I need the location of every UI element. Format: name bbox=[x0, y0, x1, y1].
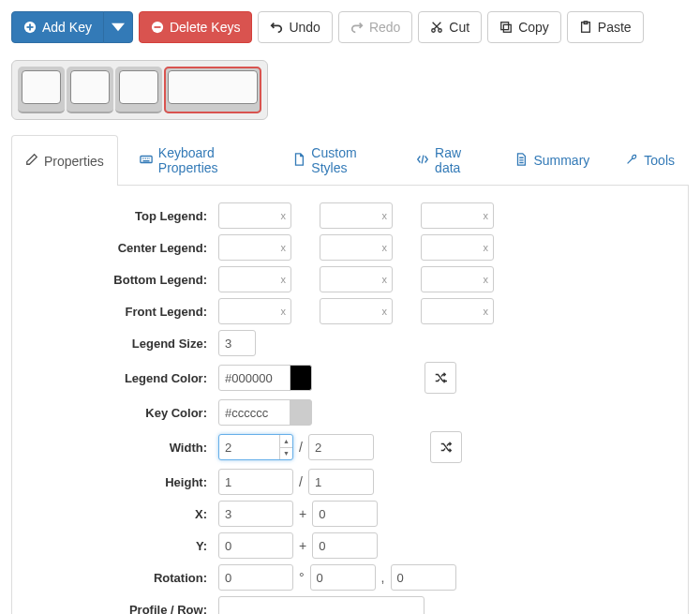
paste-button[interactable]: Paste bbox=[567, 11, 644, 43]
rotation-comma: , bbox=[376, 570, 391, 585]
edit-icon bbox=[25, 153, 38, 169]
y2-input[interactable] bbox=[312, 532, 378, 559]
profile-row-input[interactable] bbox=[218, 596, 424, 614]
rotation-deg: ° bbox=[293, 570, 310, 585]
shuffle-size-button[interactable] bbox=[430, 431, 462, 463]
legend-color-input[interactable] bbox=[218, 365, 293, 391]
properties-panel: Top Legend: x x x Center Legend: x x x B… bbox=[11, 186, 689, 614]
add-key-dropdown[interactable] bbox=[103, 11, 133, 43]
tab-bar: Properties Keyboard Properties Custom St… bbox=[11, 135, 689, 186]
clear-icon[interactable]: x bbox=[382, 242, 388, 253]
clear-icon[interactable]: x bbox=[281, 210, 287, 221]
cut-icon bbox=[430, 21, 443, 34]
file-alt-icon bbox=[514, 153, 528, 169]
undo-icon bbox=[270, 21, 283, 34]
key-unit[interactable] bbox=[67, 67, 113, 113]
x2-input[interactable] bbox=[312, 501, 378, 527]
key-unit-selected[interactable] bbox=[164, 67, 261, 113]
tab-properties[interactable]: Properties bbox=[11, 135, 118, 186]
x-input[interactable] bbox=[218, 501, 293, 527]
width-sep: / bbox=[293, 440, 308, 455]
redo-button[interactable]: Redo bbox=[338, 11, 412, 43]
spinner-buttons[interactable]: ▲▼ bbox=[279, 435, 292, 459]
plus-circle-icon bbox=[23, 21, 37, 34]
key-unit[interactable] bbox=[18, 67, 65, 113]
undo-label: Undo bbox=[289, 20, 320, 35]
bottom-legend-label: Bottom Legend: bbox=[22, 273, 218, 287]
clear-icon[interactable]: x bbox=[382, 210, 388, 221]
svg-rect-7 bbox=[501, 22, 509, 30]
undo-button[interactable]: Undo bbox=[258, 11, 332, 43]
height-sep: / bbox=[293, 474, 308, 489]
tab-custom-styles-label: Custom Styles bbox=[311, 145, 380, 175]
tab-tools[interactable]: Tools bbox=[611, 135, 689, 185]
tab-raw-data[interactable]: Raw data bbox=[402, 135, 493, 185]
copy-label: Copy bbox=[518, 20, 549, 35]
tab-keyboard-properties[interactable]: Keyboard Properties bbox=[126, 135, 272, 185]
clear-icon[interactable]: x bbox=[382, 306, 388, 317]
rotation-angle-input[interactable] bbox=[218, 564, 293, 591]
svg-rect-2 bbox=[27, 26, 34, 28]
add-key-label: Add Key bbox=[42, 20, 92, 35]
height2-input[interactable] bbox=[308, 469, 374, 495]
center-legend-label: Center Legend: bbox=[22, 241, 218, 255]
clear-icon[interactable]: x bbox=[484, 306, 489, 317]
shuffle-legend-color-button[interactable] bbox=[424, 362, 456, 394]
keyboard-canvas[interactable] bbox=[11, 60, 268, 120]
front-legend-label: Front Legend: bbox=[22, 305, 218, 319]
svg-point-5 bbox=[432, 29, 436, 33]
paste-icon bbox=[579, 21, 592, 34]
tab-tools-label: Tools bbox=[644, 153, 675, 168]
legend-size-input[interactable] bbox=[218, 330, 256, 356]
redo-icon bbox=[350, 21, 364, 34]
height-input[interactable] bbox=[218, 469, 293, 495]
delete-keys-label: Delete Keys bbox=[170, 20, 240, 35]
key-color-label: Key Color: bbox=[22, 406, 218, 420]
width2-input[interactable] bbox=[308, 434, 374, 460]
x-sep: + bbox=[293, 506, 312, 521]
tab-summary[interactable]: Summary bbox=[500, 135, 603, 185]
redo-label: Redo bbox=[369, 20, 400, 35]
svg-point-6 bbox=[439, 29, 442, 33]
cut-label: Cut bbox=[449, 20, 469, 35]
legend-color-label: Legend Color: bbox=[22, 371, 218, 385]
tab-properties-label: Properties bbox=[44, 154, 104, 169]
rotation-label: Rotation: bbox=[22, 571, 218, 585]
paste-label: Paste bbox=[598, 20, 632, 35]
y-sep: + bbox=[293, 538, 312, 553]
clear-icon[interactable]: x bbox=[484, 210, 489, 221]
cut-button[interactable]: Cut bbox=[418, 11, 482, 43]
delete-keys-button[interactable]: Delete Keys bbox=[139, 11, 252, 43]
legend-size-label: Legend Size: bbox=[22, 337, 218, 351]
clear-icon[interactable]: x bbox=[484, 274, 489, 285]
clear-icon[interactable]: x bbox=[382, 274, 388, 285]
width-label: Width: bbox=[22, 441, 218, 455]
add-key-button[interactable]: Add Key bbox=[11, 11, 104, 43]
tab-raw-data-label: Raw data bbox=[435, 145, 479, 175]
top-legend-label: Top Legend: bbox=[22, 209, 218, 223]
rotation-x-input[interactable] bbox=[310, 564, 376, 591]
file-icon bbox=[292, 153, 305, 169]
main-toolbar: Add Key Delete Keys Undo Redo Cut Copy P… bbox=[11, 11, 689, 43]
key-unit[interactable] bbox=[115, 67, 162, 113]
clear-icon[interactable]: x bbox=[281, 306, 287, 317]
tab-custom-styles[interactable]: Custom Styles bbox=[278, 135, 395, 185]
x-label: X: bbox=[22, 507, 218, 521]
clear-icon[interactable]: x bbox=[281, 242, 287, 253]
copy-button[interactable]: Copy bbox=[487, 11, 561, 43]
svg-rect-8 bbox=[504, 24, 512, 32]
y-input[interactable] bbox=[218, 532, 293, 559]
wrench-icon bbox=[625, 153, 638, 169]
copy-icon bbox=[499, 21, 513, 34]
legend-color-swatch[interactable] bbox=[290, 365, 312, 391]
rotation-y-input[interactable] bbox=[391, 564, 456, 591]
minus-circle-icon bbox=[151, 21, 164, 34]
clear-icon[interactable]: x bbox=[281, 274, 287, 285]
key-color-swatch[interactable] bbox=[290, 399, 312, 426]
profile-row-label: Profile / Row: bbox=[22, 603, 218, 615]
key-color-input[interactable] bbox=[218, 399, 293, 426]
clear-icon[interactable]: x bbox=[484, 242, 489, 253]
height-label: Height: bbox=[22, 475, 218, 489]
tab-kb-props-label: Keyboard Properties bbox=[158, 145, 258, 175]
svg-rect-4 bbox=[154, 26, 160, 28]
